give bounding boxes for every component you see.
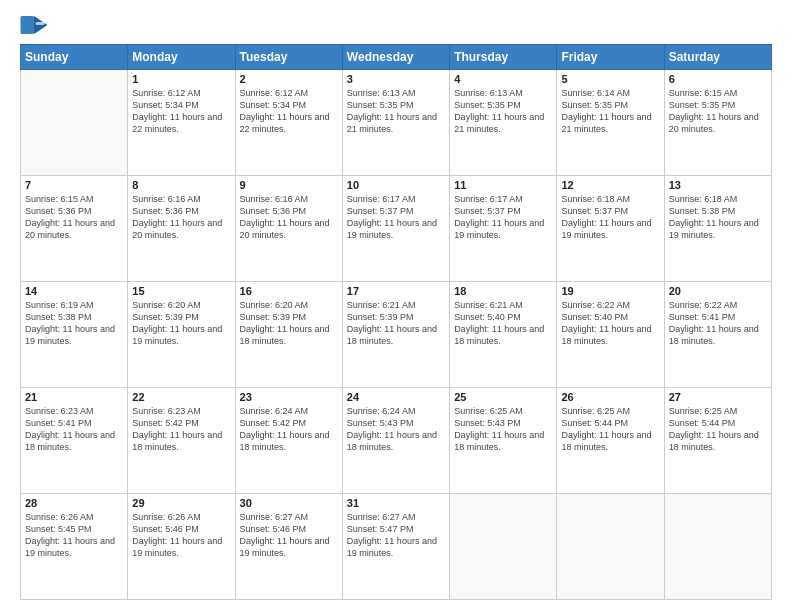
cal-cell: [664, 494, 771, 600]
cell-info: Sunrise: 6:16 AMSunset: 5:36 PMDaylight:…: [240, 193, 338, 242]
cell-info: Sunrise: 6:27 AMSunset: 5:47 PMDaylight:…: [347, 511, 445, 560]
cal-cell: 2Sunrise: 6:12 AMSunset: 5:34 PMDaylight…: [235, 70, 342, 176]
cell-info: Sunrise: 6:12 AMSunset: 5:34 PMDaylight:…: [132, 87, 230, 136]
day-number: 19: [561, 285, 659, 297]
cell-info: Sunrise: 6:23 AMSunset: 5:42 PMDaylight:…: [132, 405, 230, 454]
cell-info: Sunrise: 6:22 AMSunset: 5:40 PMDaylight:…: [561, 299, 659, 348]
logo-icon: [20, 16, 48, 34]
cal-cell: 21Sunrise: 6:23 AMSunset: 5:41 PMDayligh…: [21, 388, 128, 494]
day-number: 26: [561, 391, 659, 403]
col-header-wednesday: Wednesday: [342, 45, 449, 70]
cal-cell: 18Sunrise: 6:21 AMSunset: 5:40 PMDayligh…: [450, 282, 557, 388]
day-number: 9: [240, 179, 338, 191]
cal-cell: 26Sunrise: 6:25 AMSunset: 5:44 PMDayligh…: [557, 388, 664, 494]
week-row-3: 21Sunrise: 6:23 AMSunset: 5:41 PMDayligh…: [21, 388, 772, 494]
cal-cell: 19Sunrise: 6:22 AMSunset: 5:40 PMDayligh…: [557, 282, 664, 388]
cell-info: Sunrise: 6:17 AMSunset: 5:37 PMDaylight:…: [454, 193, 552, 242]
cell-info: Sunrise: 6:27 AMSunset: 5:46 PMDaylight:…: [240, 511, 338, 560]
cal-cell: 23Sunrise: 6:24 AMSunset: 5:42 PMDayligh…: [235, 388, 342, 494]
week-row-4: 28Sunrise: 6:26 AMSunset: 5:45 PMDayligh…: [21, 494, 772, 600]
day-number: 11: [454, 179, 552, 191]
day-number: 24: [347, 391, 445, 403]
cell-info: Sunrise: 6:20 AMSunset: 5:39 PMDaylight:…: [132, 299, 230, 348]
cell-info: Sunrise: 6:15 AMSunset: 5:35 PMDaylight:…: [669, 87, 767, 136]
cal-cell: 15Sunrise: 6:20 AMSunset: 5:39 PMDayligh…: [128, 282, 235, 388]
cal-cell: 16Sunrise: 6:20 AMSunset: 5:39 PMDayligh…: [235, 282, 342, 388]
cal-cell: [557, 494, 664, 600]
cal-cell: 28Sunrise: 6:26 AMSunset: 5:45 PMDayligh…: [21, 494, 128, 600]
cal-cell: 22Sunrise: 6:23 AMSunset: 5:42 PMDayligh…: [128, 388, 235, 494]
cal-cell: 24Sunrise: 6:24 AMSunset: 5:43 PMDayligh…: [342, 388, 449, 494]
cal-cell: 14Sunrise: 6:19 AMSunset: 5:38 PMDayligh…: [21, 282, 128, 388]
day-number: 12: [561, 179, 659, 191]
col-header-sunday: Sunday: [21, 45, 128, 70]
cell-info: Sunrise: 6:19 AMSunset: 5:38 PMDaylight:…: [25, 299, 123, 348]
week-row-2: 14Sunrise: 6:19 AMSunset: 5:38 PMDayligh…: [21, 282, 772, 388]
cal-cell: 29Sunrise: 6:26 AMSunset: 5:46 PMDayligh…: [128, 494, 235, 600]
day-number: 27: [669, 391, 767, 403]
cal-cell: 17Sunrise: 6:21 AMSunset: 5:39 PMDayligh…: [342, 282, 449, 388]
cell-info: Sunrise: 6:17 AMSunset: 5:37 PMDaylight:…: [347, 193, 445, 242]
week-row-0: 1Sunrise: 6:12 AMSunset: 5:34 PMDaylight…: [21, 70, 772, 176]
cell-info: Sunrise: 6:25 AMSunset: 5:43 PMDaylight:…: [454, 405, 552, 454]
cal-cell: [21, 70, 128, 176]
day-number: 28: [25, 497, 123, 509]
cell-info: Sunrise: 6:25 AMSunset: 5:44 PMDaylight:…: [669, 405, 767, 454]
calendar-table: SundayMondayTuesdayWednesdayThursdayFrid…: [20, 44, 772, 600]
day-number: 29: [132, 497, 230, 509]
cal-cell: 20Sunrise: 6:22 AMSunset: 5:41 PMDayligh…: [664, 282, 771, 388]
day-number: 6: [669, 73, 767, 85]
page: SundayMondayTuesdayWednesdayThursdayFrid…: [0, 0, 792, 612]
cal-cell: 11Sunrise: 6:17 AMSunset: 5:37 PMDayligh…: [450, 176, 557, 282]
calendar-header-row: SundayMondayTuesdayWednesdayThursdayFrid…: [21, 45, 772, 70]
cell-info: Sunrise: 6:26 AMSunset: 5:45 PMDaylight:…: [25, 511, 123, 560]
cal-cell: 30Sunrise: 6:27 AMSunset: 5:46 PMDayligh…: [235, 494, 342, 600]
col-header-saturday: Saturday: [664, 45, 771, 70]
header: [20, 16, 772, 34]
cell-info: Sunrise: 6:15 AMSunset: 5:36 PMDaylight:…: [25, 193, 123, 242]
cell-info: Sunrise: 6:12 AMSunset: 5:34 PMDaylight:…: [240, 87, 338, 136]
cal-cell: 1Sunrise: 6:12 AMSunset: 5:34 PMDaylight…: [128, 70, 235, 176]
day-number: 18: [454, 285, 552, 297]
cell-info: Sunrise: 6:20 AMSunset: 5:39 PMDaylight:…: [240, 299, 338, 348]
cell-info: Sunrise: 6:21 AMSunset: 5:40 PMDaylight:…: [454, 299, 552, 348]
cal-cell: 10Sunrise: 6:17 AMSunset: 5:37 PMDayligh…: [342, 176, 449, 282]
day-number: 4: [454, 73, 552, 85]
logo: [20, 16, 50, 34]
cell-info: Sunrise: 6:18 AMSunset: 5:37 PMDaylight:…: [561, 193, 659, 242]
cell-info: Sunrise: 6:18 AMSunset: 5:38 PMDaylight:…: [669, 193, 767, 242]
day-number: 10: [347, 179, 445, 191]
day-number: 8: [132, 179, 230, 191]
day-number: 7: [25, 179, 123, 191]
svg-rect-0: [21, 16, 35, 34]
cell-info: Sunrise: 6:24 AMSunset: 5:42 PMDaylight:…: [240, 405, 338, 454]
cal-cell: 6Sunrise: 6:15 AMSunset: 5:35 PMDaylight…: [664, 70, 771, 176]
cell-info: Sunrise: 6:26 AMSunset: 5:46 PMDaylight:…: [132, 511, 230, 560]
cal-cell: 4Sunrise: 6:13 AMSunset: 5:35 PMDaylight…: [450, 70, 557, 176]
col-header-tuesday: Tuesday: [235, 45, 342, 70]
day-number: 30: [240, 497, 338, 509]
day-number: 31: [347, 497, 445, 509]
day-number: 3: [347, 73, 445, 85]
day-number: 1: [132, 73, 230, 85]
day-number: 2: [240, 73, 338, 85]
cal-cell: 27Sunrise: 6:25 AMSunset: 5:44 PMDayligh…: [664, 388, 771, 494]
cal-cell: 9Sunrise: 6:16 AMSunset: 5:36 PMDaylight…: [235, 176, 342, 282]
cal-cell: 7Sunrise: 6:15 AMSunset: 5:36 PMDaylight…: [21, 176, 128, 282]
col-header-friday: Friday: [557, 45, 664, 70]
cal-cell: 12Sunrise: 6:18 AMSunset: 5:37 PMDayligh…: [557, 176, 664, 282]
day-number: 21: [25, 391, 123, 403]
cell-info: Sunrise: 6:13 AMSunset: 5:35 PMDaylight:…: [454, 87, 552, 136]
cell-info: Sunrise: 6:21 AMSunset: 5:39 PMDaylight:…: [347, 299, 445, 348]
day-number: 16: [240, 285, 338, 297]
cell-info: Sunrise: 6:13 AMSunset: 5:35 PMDaylight:…: [347, 87, 445, 136]
cell-info: Sunrise: 6:23 AMSunset: 5:41 PMDaylight:…: [25, 405, 123, 454]
cell-info: Sunrise: 6:24 AMSunset: 5:43 PMDaylight:…: [347, 405, 445, 454]
day-number: 20: [669, 285, 767, 297]
cell-info: Sunrise: 6:14 AMSunset: 5:35 PMDaylight:…: [561, 87, 659, 136]
cal-cell: [450, 494, 557, 600]
day-number: 23: [240, 391, 338, 403]
cal-cell: 25Sunrise: 6:25 AMSunset: 5:43 PMDayligh…: [450, 388, 557, 494]
day-number: 14: [25, 285, 123, 297]
day-number: 22: [132, 391, 230, 403]
